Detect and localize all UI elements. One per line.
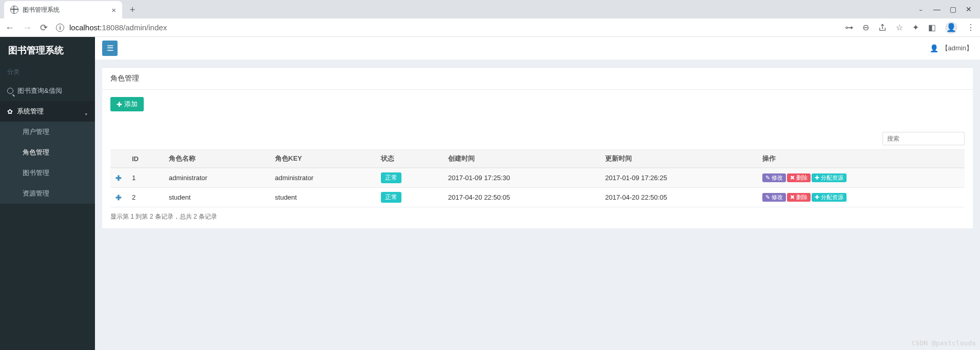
sidebar-submenu: 用户管理 角色管理 图书管理 资源管理 [0,122,95,204]
search-icon [7,88,13,94]
sidepanel-icon[interactable]: ◧ [928,24,936,32]
gear-icon: ✿ [7,108,13,115]
col-ops: 操作 [757,150,965,168]
tab-strip: 图书管理系统 × + ⌄ — ▢ ✕ [0,0,980,18]
table-row: ✚2studentstudent正常2017-04-20 22:50:05201… [110,188,965,207]
cell-name: administrator [164,168,270,188]
assign-button[interactable]: ✚ 分配资源 [812,173,847,182]
sidebar-item-roles[interactable]: 角色管理 [0,142,95,163]
site-info-icon[interactable]: i [56,24,64,32]
col-id[interactable]: ID [127,150,164,168]
close-icon: ✖ [790,194,795,201]
address-bar[interactable]: i localhost:18088/admin/index [56,23,837,32]
globe-icon [10,6,18,14]
sidebar-item-books[interactable]: 图书管理 [0,163,95,183]
sidebar-item-label: 角色管理 [23,148,49,157]
cell-id: 1 [127,168,164,188]
browser-tab[interactable]: 图书管理系统 × [4,1,122,18]
user-display: 【admin】 [941,44,973,53]
sidebar-item-label: 资源管理 [23,189,49,198]
plus-icon: ✚ [117,101,122,108]
toolbar-right: ⊶ ⊖ ☆ ✦ ◧ 👤 ⋮ [845,22,975,34]
new-tab-button[interactable]: + [125,3,140,17]
content: 角色管理 ✚ 添加 ID 角色名称 [95,60,980,236]
cell-updated: 2017-01-09 17:26:25 [600,168,757,188]
search-input[interactable] [882,132,965,145]
sidebar-item-users[interactable]: 用户管理 [0,122,95,142]
nav-section-label: 分类 [0,64,95,81]
edit-button[interactable]: ✎ 修改 [762,193,786,202]
extensions-icon[interactable]: ✦ [912,24,919,32]
table-tools [110,132,965,145]
window-controls: ⌄ — ▢ ✕ [918,6,980,13]
chevron-down-icon: ˬ [85,108,88,115]
zoom-icon[interactable]: ⊖ [862,24,869,32]
sidebar-item-label: 图书管理 [23,168,49,178]
cell-name: student [164,188,270,207]
delete-button[interactable]: ✖ 删除 [787,173,811,182]
sidebar: 图书管理系统 分类 图书查询&借阅 ✿ 系统管理 ˬ 用户管理 角色管理 图书管… [0,37,95,350]
status-badge: 正常 [381,172,401,183]
col-key[interactable]: 角色KEY [270,150,376,168]
table-info: 显示第 1 到第 2 条记录，总共 2 条记录 [110,207,965,221]
minimize-icon[interactable]: — [933,6,940,13]
brand: 图书管理系统 [0,37,95,64]
status-badge: 正常 [381,192,401,203]
url-path: 18088/admin/index [102,23,167,32]
app-root: 图书管理系统 分类 图书查询&借阅 ✿ 系统管理 ˬ 用户管理 角色管理 图书管… [0,37,980,350]
maximize-icon[interactable]: ▢ [950,6,956,13]
cell-updated: 2017-04-20 22:50:05 [600,188,757,207]
browser-toolbar: ← → ⟳ i localhost:18088/admin/index ⊶ ⊖ … [0,18,980,37]
sidebar-item-search[interactable]: 图书查询&借阅 [0,81,95,101]
url-host: localhost: [69,23,102,32]
add-button[interactable]: ✚ 添加 [110,97,144,111]
toggle-sidebar-button[interactable]: ☰ [102,41,118,56]
edit-button[interactable]: ✎ 修改 [762,173,786,182]
user-icon: 👤 [930,44,938,52]
close-tab-icon[interactable]: × [111,6,116,14]
user-menu[interactable]: 👤 【admin】 [930,44,973,53]
roles-table: ID 角色名称 角色KEY 状态 创建时间 更新时间 操作 ✚1administ… [110,149,965,207]
topbar: ☰ 👤 【admin】 [95,37,980,60]
cell-created: 2017-04-20 22:50:05 [443,188,600,207]
browser-chrome: 图书管理系统 × + ⌄ — ▢ ✕ ← → ⟳ i localhost:180… [0,0,980,37]
panel-title: 角色管理 [102,68,973,90]
col-updated[interactable]: 更新时间 [600,150,757,168]
close-window-icon[interactable]: ✕ [966,6,972,13]
cell-key: administrator [270,168,376,188]
star-icon[interactable]: ☆ [896,24,903,32]
cell-key: student [270,188,376,207]
cell-id: 2 [127,188,164,207]
menu-icon[interactable]: ⋮ [967,24,975,32]
delete-button[interactable]: ✖ 删除 [787,193,811,202]
forward-button: → [23,23,32,32]
col-name[interactable]: 角色名称 [164,150,270,168]
back-button[interactable]: ← [5,23,14,32]
assign-button[interactable]: ✚ 分配资源 [812,193,847,202]
reload-button[interactable]: ⟳ [40,23,48,32]
sidebar-item-system[interactable]: ✿ 系统管理 ˬ [0,101,95,122]
expand-row-icon[interactable]: ✚ [116,174,122,182]
sidebar-item-label: 用户管理 [23,127,49,137]
sidebar-item-label: 图书查询&借阅 [17,86,62,95]
account-chevron-icon[interactable]: ⌄ [918,7,924,11]
table-row: ✚1administratoradministrator正常2017-01-09… [110,168,965,188]
edit-icon: ✎ [765,174,770,181]
add-button-label: 添加 [124,100,138,109]
col-status[interactable]: 状态 [376,150,443,168]
col-created[interactable]: 创建时间 [443,150,600,168]
panel-roles: 角色管理 ✚ 添加 ID 角色名称 [102,67,973,228]
key-icon[interactable]: ⊶ [845,24,853,32]
tab-title: 图书管理系统 [23,6,60,14]
plus-icon: ✚ [815,194,819,201]
sidebar-item-resources[interactable]: 资源管理 [0,183,95,204]
panel-body: ✚ 添加 ID 角色名称 角色KEY 状 [102,90,973,228]
close-icon: ✖ [790,174,795,181]
edit-icon: ✎ [765,194,770,201]
cell-created: 2017-01-09 17:25:30 [443,168,600,188]
sidebar-item-label: 系统管理 [17,107,44,116]
main-area: ☰ 👤 【admin】 角色管理 ✚ 添加 [95,37,980,350]
share-icon[interactable] [878,24,887,32]
profile-avatar[interactable]: 👤 [945,22,957,34]
expand-row-icon[interactable]: ✚ [116,193,122,202]
